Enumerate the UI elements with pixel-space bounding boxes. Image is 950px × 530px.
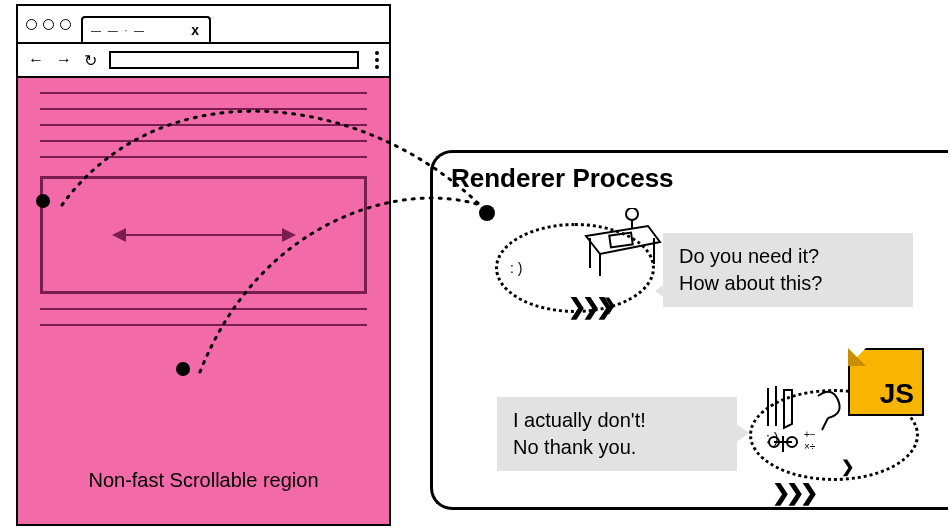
content-line bbox=[40, 108, 367, 110]
svg-rect-3 bbox=[609, 233, 632, 248]
chevrons-icon: ❯❯❯ bbox=[772, 480, 814, 506]
horizontal-scroll-arrow-icon bbox=[124, 234, 284, 236]
url-bar[interactable] bbox=[109, 51, 359, 69]
content-line bbox=[40, 308, 367, 310]
speech-bubble-main-thread: I actually don't! No thank you. bbox=[497, 397, 737, 471]
face-icon: : ) bbox=[510, 260, 522, 276]
region-label: Non-fast Scrollable region bbox=[18, 469, 389, 492]
content-line bbox=[40, 92, 367, 94]
forward-icon[interactable]: → bbox=[56, 51, 72, 69]
event-point-dot bbox=[176, 362, 190, 376]
window-dot bbox=[60, 19, 71, 30]
tab-bar: — — · — x bbox=[18, 6, 389, 44]
browser-tab[interactable]: — — · — x bbox=[81, 16, 211, 42]
content-line bbox=[40, 124, 367, 126]
content-line bbox=[40, 324, 367, 326]
browser-window: — — · — x ← → ↻ Non-fast Scrollable regi… bbox=[16, 4, 391, 526]
page-fold-icon bbox=[848, 348, 866, 366]
tab-title: — — · — bbox=[91, 25, 146, 36]
event-point-dot bbox=[36, 194, 50, 208]
renderer-entry-dot bbox=[479, 205, 495, 221]
speech-tail-icon bbox=[735, 423, 749, 443]
speech-bubble-compositor: Do you need it? How about this? bbox=[663, 233, 913, 307]
svg-text:×÷: ×÷ bbox=[804, 441, 816, 452]
js-label: JS bbox=[880, 378, 914, 410]
renderer-title: Renderer Process bbox=[451, 163, 674, 194]
reload-icon[interactable]: ↻ bbox=[84, 51, 97, 70]
bubble-line: Do you need it? bbox=[679, 243, 897, 270]
dev-tools-icon: +− ×÷ bbox=[762, 380, 842, 463]
bubble-line: No thank you. bbox=[513, 434, 721, 461]
chevrons-icon: ❯❯❯ bbox=[568, 294, 610, 320]
svg-line-14 bbox=[822, 418, 828, 430]
menu-icon[interactable] bbox=[375, 51, 379, 69]
desk-icon bbox=[576, 208, 666, 278]
svg-text:+−: +− bbox=[804, 429, 816, 440]
back-icon[interactable]: ← bbox=[28, 51, 44, 69]
tab-close-icon[interactable]: x bbox=[191, 22, 201, 38]
content-line bbox=[40, 140, 367, 142]
svg-point-4 bbox=[626, 208, 638, 220]
bubble-line: How about this? bbox=[679, 270, 897, 297]
browser-toolbar: ← → ↻ bbox=[18, 44, 389, 78]
scrollable-region[interactable] bbox=[40, 176, 367, 294]
page-content: Non-fast Scrollable region bbox=[18, 78, 389, 524]
window-controls bbox=[26, 19, 71, 30]
window-dot bbox=[26, 19, 37, 30]
content-line bbox=[40, 156, 367, 158]
window-dot bbox=[43, 19, 54, 30]
renderer-process-box: Renderer Process : ) ❯ ❯❯❯ : ) ❯ ❯❯❯ Do … bbox=[430, 150, 948, 510]
bubble-line: I actually don't! bbox=[513, 407, 721, 434]
